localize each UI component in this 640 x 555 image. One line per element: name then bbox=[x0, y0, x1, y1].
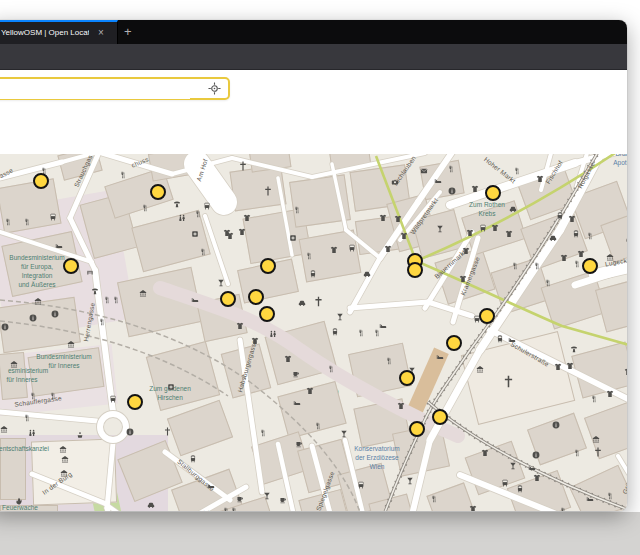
map-marker[interactable] bbox=[582, 258, 598, 274]
restaurant-icon bbox=[29, 386, 37, 394]
taxi-icon bbox=[509, 199, 517, 207]
building bbox=[0, 505, 58, 511]
museum-icon bbox=[61, 449, 69, 457]
clothes-icon bbox=[306, 381, 314, 389]
phone-icon bbox=[570, 339, 578, 347]
street-label: Fischhof bbox=[544, 159, 564, 185]
map-marker[interactable] bbox=[260, 258, 276, 274]
clothes-icon bbox=[577, 244, 585, 252]
map-marker[interactable] bbox=[399, 370, 415, 386]
building bbox=[606, 504, 627, 511]
bus-icon bbox=[357, 475, 365, 483]
cafe-icon bbox=[295, 434, 303, 442]
map-marker[interactable] bbox=[432, 409, 448, 425]
info-icon bbox=[448, 181, 456, 189]
museum-icon bbox=[60, 463, 68, 471]
clothes-icon bbox=[471, 179, 479, 187]
map-marker[interactable] bbox=[127, 394, 143, 410]
place-label: Bundesministerium bbox=[36, 353, 91, 360]
geolocate-icon[interactable] bbox=[208, 82, 221, 95]
building bbox=[249, 154, 292, 173]
map-marker[interactable] bbox=[259, 306, 275, 322]
restaurant-icon bbox=[199, 242, 207, 250]
church-icon bbox=[238, 157, 248, 167]
clothes-icon bbox=[384, 239, 392, 247]
restaurant-icon bbox=[447, 159, 455, 167]
museum-icon bbox=[34, 291, 42, 299]
fountain-icon bbox=[76, 425, 84, 433]
map-marker[interactable] bbox=[407, 262, 423, 278]
restaurant-icon bbox=[305, 246, 313, 254]
building bbox=[490, 257, 551, 314]
phone-icon bbox=[173, 194, 181, 202]
place-label: für Inneres bbox=[6, 376, 37, 383]
restaurant-icon bbox=[112, 290, 120, 298]
landuse-area bbox=[130, 475, 158, 492]
map-marker[interactable] bbox=[409, 421, 425, 437]
church-icon bbox=[163, 422, 172, 431]
info-icon bbox=[532, 445, 540, 453]
building bbox=[461, 200, 527, 255]
map-canvas[interactable]: asseStrauchgaschussAm HofTuchlaubenWildp… bbox=[0, 154, 627, 511]
map-marker[interactable] bbox=[248, 289, 264, 305]
street-label: Stallburggasse bbox=[176, 458, 216, 493]
location-search-box[interactable] bbox=[0, 77, 230, 100]
clothes-icon bbox=[284, 349, 292, 357]
tram-icon bbox=[309, 264, 317, 272]
hotel-icon bbox=[293, 393, 301, 401]
hotel-icon bbox=[191, 290, 199, 298]
map-marker[interactable] bbox=[63, 258, 79, 274]
map-marker[interactable] bbox=[485, 185, 501, 201]
info-icon bbox=[51, 304, 59, 312]
building bbox=[595, 280, 627, 333]
building bbox=[212, 496, 276, 511]
street-label: Wildpretmarkt bbox=[409, 197, 439, 236]
map-marker[interactable] bbox=[446, 335, 462, 351]
landuse-area bbox=[89, 480, 121, 511]
building bbox=[0, 297, 81, 353]
tab-yellowosm[interactable]: YellowOSM | Open Locations × bbox=[0, 20, 118, 44]
place-label: Brady bbox=[616, 154, 627, 157]
building bbox=[461, 331, 575, 425]
building bbox=[419, 160, 464, 200]
hotel-icon bbox=[207, 476, 215, 484]
building bbox=[571, 342, 627, 399]
street-label: Schauflergasse bbox=[14, 394, 62, 408]
clothes-icon bbox=[566, 356, 574, 364]
building bbox=[146, 341, 220, 411]
place-label: für Europa, bbox=[21, 263, 53, 270]
museum-icon bbox=[592, 429, 600, 437]
restaurant-icon bbox=[98, 312, 106, 320]
bar-icon bbox=[217, 273, 225, 281]
map-marker[interactable] bbox=[33, 173, 49, 189]
bus-icon bbox=[479, 218, 487, 226]
restaurant-icon bbox=[559, 501, 567, 509]
clothes-icon bbox=[330, 240, 338, 248]
map-marker[interactable] bbox=[479, 308, 495, 324]
tram-icon bbox=[556, 206, 564, 214]
place-label: und Äußeres bbox=[18, 281, 55, 288]
tab-close-icon[interactable]: × bbox=[98, 26, 104, 40]
street-label: asse bbox=[0, 166, 14, 179]
street-label: Rotgasse bbox=[576, 161, 596, 190]
building bbox=[80, 193, 139, 259]
restaurant-icon bbox=[314, 416, 322, 424]
building bbox=[434, 247, 495, 304]
map-marker[interactable] bbox=[220, 291, 236, 307]
church-icon bbox=[593, 443, 603, 453]
restaurant-icon bbox=[194, 204, 202, 212]
place-label: Feuerwache bbox=[2, 504, 38, 511]
restaurant-icon bbox=[586, 226, 594, 234]
building bbox=[465, 441, 526, 496]
pharmacy-icon bbox=[191, 224, 199, 232]
landuse-area bbox=[332, 389, 339, 396]
map-marker[interactable] bbox=[150, 184, 166, 200]
restaurant-icon bbox=[230, 501, 238, 509]
location-search-input[interactable] bbox=[0, 80, 190, 99]
restaurant-icon bbox=[544, 273, 552, 281]
building bbox=[600, 213, 627, 263]
new-tab-button[interactable]: + bbox=[124, 23, 132, 40]
hotel-icon bbox=[379, 316, 387, 324]
place-label: Konservatorium bbox=[354, 445, 400, 452]
landuse-area bbox=[0, 344, 118, 416]
